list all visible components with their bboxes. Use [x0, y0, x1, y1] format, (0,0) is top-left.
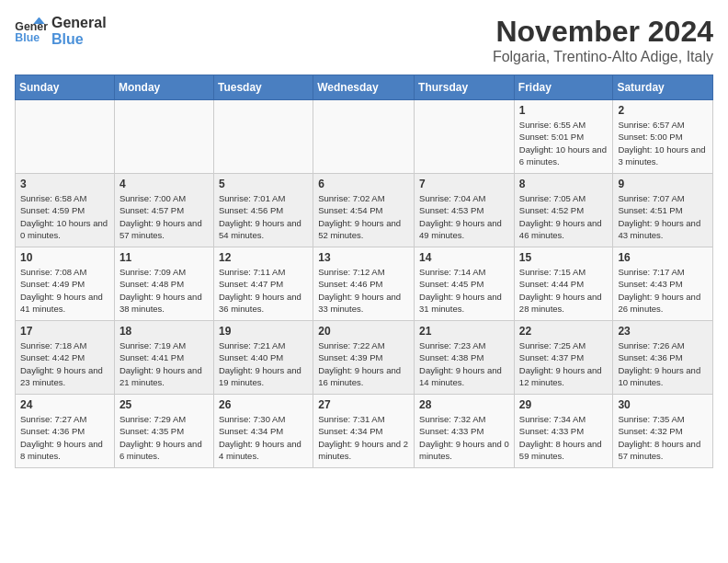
day-number: 20	[318, 325, 409, 338]
day-info: Sunrise: 7:05 AM Sunset: 4:52 PM Dayligh…	[519, 192, 609, 241]
day-info: Sunrise: 6:57 AM Sunset: 5:00 PM Dayligh…	[618, 119, 708, 167]
calendar-cell: 1Sunrise: 6:55 AM Sunset: 5:01 PM Daylig…	[514, 100, 613, 174]
day-info: Sunrise: 7:26 AM Sunset: 4:36 PM Dayligh…	[618, 339, 708, 388]
day-number: 18	[119, 325, 209, 338]
day-info: Sunrise: 7:15 AM Sunset: 4:44 PM Dayligh…	[519, 266, 609, 315]
day-number: 3	[20, 178, 109, 190]
day-number: 13	[318, 251, 409, 264]
calendar-cell: 25Sunrise: 7:29 AM Sunset: 4:35 PM Dayli…	[114, 395, 213, 468]
day-info: Sunrise: 7:11 AM Sunset: 4:47 PM Dayligh…	[219, 266, 308, 315]
calendar-cell: 26Sunrise: 7:30 AM Sunset: 4:34 PM Dayli…	[213, 395, 313, 468]
header-tuesday: Tuesday	[213, 75, 313, 100]
calendar-cell: 17Sunrise: 7:18 AM Sunset: 4:42 PM Dayli…	[16, 321, 115, 395]
day-number: 25	[119, 398, 209, 411]
header-wednesday: Wednesday	[313, 75, 415, 100]
day-number: 10	[20, 251, 109, 264]
calendar-cell: 22Sunrise: 7:25 AM Sunset: 4:37 PM Dayli…	[514, 321, 613, 395]
header-sunday: Sunday	[16, 75, 115, 100]
month-title: November 2024	[493, 15, 713, 49]
day-number: 14	[419, 251, 509, 264]
header-thursday: Thursday	[415, 75, 515, 100]
day-number: 8	[519, 178, 609, 190]
location-title: Folgaria, Trentino-Alto Adige, Italy	[493, 49, 713, 65]
day-info: Sunrise: 7:34 AM Sunset: 4:33 PM Dayligh…	[519, 413, 609, 462]
day-info: Sunrise: 7:04 AM Sunset: 4:53 PM Dayligh…	[419, 192, 509, 241]
day-number: 5	[219, 178, 308, 190]
day-number: 23	[618, 325, 708, 338]
day-info: Sunrise: 7:25 AM Sunset: 4:37 PM Dayligh…	[519, 339, 609, 388]
calendar-header-row: SundayMondayTuesdayWednesdayThursdayFrid…	[16, 75, 713, 100]
page-header: General Blue General Blue November 2024 …	[15, 15, 713, 65]
calendar-table: SundayMondayTuesdayWednesdayThursdayFrid…	[15, 75, 713, 468]
calendar-cell	[313, 100, 415, 174]
day-number: 4	[119, 178, 209, 190]
calendar-cell: 12Sunrise: 7:11 AM Sunset: 4:47 PM Dayli…	[213, 247, 313, 321]
logo: General Blue General Blue	[15, 15, 107, 47]
day-info: Sunrise: 7:07 AM Sunset: 4:51 PM Dayligh…	[618, 192, 708, 241]
day-number: 1	[519, 104, 609, 117]
calendar-cell: 23Sunrise: 7:26 AM Sunset: 4:36 PM Dayli…	[613, 321, 713, 395]
calendar-cell: 4Sunrise: 7:00 AM Sunset: 4:57 PM Daylig…	[114, 174, 213, 247]
calendar-cell: 13Sunrise: 7:12 AM Sunset: 4:46 PM Dayli…	[313, 247, 415, 321]
calendar-cell: 21Sunrise: 7:23 AM Sunset: 4:38 PM Dayli…	[415, 321, 515, 395]
calendar-week-5: 24Sunrise: 7:27 AM Sunset: 4:36 PM Dayli…	[16, 395, 713, 468]
day-info: Sunrise: 7:08 AM Sunset: 4:49 PM Dayligh…	[20, 266, 109, 315]
day-info: Sunrise: 7:18 AM Sunset: 4:42 PM Dayligh…	[20, 339, 109, 388]
calendar-cell: 8Sunrise: 7:05 AM Sunset: 4:52 PM Daylig…	[514, 174, 613, 247]
calendar-cell	[114, 100, 213, 174]
calendar-week-2: 3Sunrise: 6:58 AM Sunset: 4:59 PM Daylig…	[16, 174, 713, 247]
day-number: 27	[318, 398, 409, 411]
calendar-cell: 20Sunrise: 7:22 AM Sunset: 4:39 PM Dayli…	[313, 321, 415, 395]
calendar-cell: 30Sunrise: 7:35 AM Sunset: 4:32 PM Dayli…	[613, 395, 713, 468]
day-number: 21	[419, 325, 509, 338]
calendar-cell: 29Sunrise: 7:34 AM Sunset: 4:33 PM Dayli…	[514, 395, 613, 468]
calendar-cell: 10Sunrise: 7:08 AM Sunset: 4:49 PM Dayli…	[16, 247, 115, 321]
day-info: Sunrise: 7:31 AM Sunset: 4:34 PM Dayligh…	[318, 413, 409, 462]
day-number: 28	[419, 398, 509, 411]
calendar-cell: 19Sunrise: 7:21 AM Sunset: 4:40 PM Dayli…	[213, 321, 313, 395]
day-number: 22	[519, 325, 609, 338]
calendar-week-4: 17Sunrise: 7:18 AM Sunset: 4:42 PM Dayli…	[16, 321, 713, 395]
day-info: Sunrise: 7:02 AM Sunset: 4:54 PM Dayligh…	[318, 192, 409, 241]
calendar-cell	[213, 100, 313, 174]
logo-blue: Blue	[51, 31, 107, 48]
day-info: Sunrise: 7:32 AM Sunset: 4:33 PM Dayligh…	[419, 413, 509, 462]
header-monday: Monday	[114, 75, 213, 100]
day-number: 12	[219, 251, 308, 264]
header-saturday: Saturday	[613, 75, 713, 100]
day-number: 11	[119, 251, 209, 264]
title-area: November 2024 Folgaria, Trentino-Alto Ad…	[493, 15, 713, 65]
calendar-cell: 15Sunrise: 7:15 AM Sunset: 4:44 PM Dayli…	[514, 247, 613, 321]
day-info: Sunrise: 7:01 AM Sunset: 4:56 PM Dayligh…	[219, 192, 308, 241]
calendar-week-3: 10Sunrise: 7:08 AM Sunset: 4:49 PM Dayli…	[16, 247, 713, 321]
header-friday: Friday	[514, 75, 613, 100]
day-info: Sunrise: 7:29 AM Sunset: 4:35 PM Dayligh…	[119, 413, 209, 462]
day-number: 17	[20, 325, 109, 338]
day-info: Sunrise: 7:30 AM Sunset: 4:34 PM Dayligh…	[219, 413, 308, 462]
svg-text:Blue: Blue	[15, 31, 40, 44]
day-info: Sunrise: 7:19 AM Sunset: 4:41 PM Dayligh…	[119, 339, 209, 388]
day-number: 19	[219, 325, 308, 338]
day-number: 2	[618, 104, 708, 117]
day-info: Sunrise: 7:23 AM Sunset: 4:38 PM Dayligh…	[419, 339, 509, 388]
calendar-cell: 6Sunrise: 7:02 AM Sunset: 4:54 PM Daylig…	[313, 174, 415, 247]
day-info: Sunrise: 6:55 AM Sunset: 5:01 PM Dayligh…	[519, 119, 609, 167]
day-number: 30	[618, 398, 708, 411]
day-number: 29	[519, 398, 609, 411]
calendar-cell: 24Sunrise: 7:27 AM Sunset: 4:36 PM Dayli…	[16, 395, 115, 468]
day-info: Sunrise: 7:21 AM Sunset: 4:40 PM Dayligh…	[219, 339, 308, 388]
calendar-cell	[16, 100, 115, 174]
day-info: Sunrise: 7:35 AM Sunset: 4:32 PM Dayligh…	[618, 413, 708, 462]
calendar-week-1: 1Sunrise: 6:55 AM Sunset: 5:01 PM Daylig…	[16, 100, 713, 174]
calendar-cell: 14Sunrise: 7:14 AM Sunset: 4:45 PM Dayli…	[415, 247, 515, 321]
day-info: Sunrise: 7:22 AM Sunset: 4:39 PM Dayligh…	[318, 339, 409, 388]
calendar-cell: 11Sunrise: 7:09 AM Sunset: 4:48 PM Dayli…	[114, 247, 213, 321]
day-info: Sunrise: 7:09 AM Sunset: 4:48 PM Dayligh…	[119, 266, 209, 315]
calendar-cell: 18Sunrise: 7:19 AM Sunset: 4:41 PM Dayli…	[114, 321, 213, 395]
day-info: Sunrise: 7:12 AM Sunset: 4:46 PM Dayligh…	[318, 266, 409, 315]
day-number: 6	[318, 178, 409, 190]
day-info: Sunrise: 7:00 AM Sunset: 4:57 PM Dayligh…	[119, 192, 209, 241]
calendar-cell: 7Sunrise: 7:04 AM Sunset: 4:53 PM Daylig…	[415, 174, 515, 247]
calendar-cell: 16Sunrise: 7:17 AM Sunset: 4:43 PM Dayli…	[613, 247, 713, 321]
day-info: Sunrise: 7:14 AM Sunset: 4:45 PM Dayligh…	[419, 266, 509, 315]
